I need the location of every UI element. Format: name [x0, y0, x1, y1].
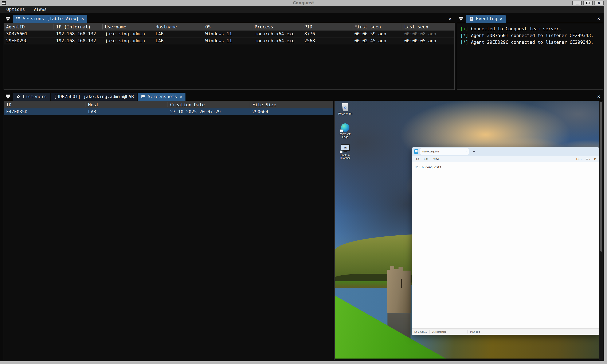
status-cursor-position: Ln 1, Col 16	[412, 330, 429, 334]
cell-process: monarch.x64.exe	[252, 31, 302, 36]
tab-screenshots-close-icon[interactable]: ✕	[179, 94, 182, 99]
col-process[interactable]: Process	[252, 25, 302, 29]
eventlog-tabbar: Eventlog ✕ ✕	[457, 13, 603, 23]
desktop-icon-label: Recycle Bin	[338, 112, 352, 115]
tab-listeners[interactable]: Listeners	[13, 93, 50, 101]
chevron-down-icon: ⌄	[580, 158, 582, 160]
notepad-menu-file: File	[415, 157, 419, 160]
sessions-panel: Sessions [Table View] ✕ ✕ AgentID IP (In…	[4, 13, 455, 90]
screenshot-row[interactable]: F47E035D LAB 27-10-2025 20:07:29 290664	[4, 108, 333, 115]
filter-icon[interactable]	[4, 93, 12, 101]
tab-sessions-close-icon[interactable]: ✕	[81, 16, 84, 21]
col-os[interactable]: OS	[203, 25, 252, 29]
screenshots-table: ID Host Creation Date File Size F47E035D…	[4, 101, 333, 360]
shortcut-arrow-icon: ↗	[340, 151, 343, 153]
eventlog-panel-close-icon[interactable]: ✕	[597, 16, 600, 21]
cell-username: jake.king.admin	[103, 38, 153, 43]
col-creation-date[interactable]: Creation Date	[168, 102, 250, 107]
log-entry: [*] Agent 3DB75601 connected to listener…	[460, 32, 600, 39]
cell-last-seen: 00:00:05 ago	[402, 38, 455, 43]
tab-screenshots[interactable]: Screenshots ✕	[138, 93, 185, 101]
desktop-icon-edge: ↗ Microsoft Edge	[337, 123, 353, 139]
preview-scrollbar[interactable]	[599, 101, 603, 360]
session-row[interactable]: 3DB75601 192.168.168.132 jake.king.admin…	[4, 30, 455, 38]
tab-agent-interact[interactable]: [3DB75601] jake.king.admin@LAB	[51, 93, 137, 101]
col-agentid[interactable]: AgentID	[4, 25, 54, 29]
notepad-heading-dropdown: H1⌄	[576, 157, 582, 160]
window-frame-bottom	[0, 361, 607, 364]
col-id[interactable]: ID	[4, 102, 86, 107]
cell-last-seen: 00:00:08 ago	[402, 31, 455, 36]
desktop-icon-label: Microsoft Edge	[338, 133, 352, 139]
cell-os: Windows 11	[203, 31, 252, 36]
log-text: Agent 29EED29C connected to listener CE2…	[471, 40, 594, 45]
minimize-button[interactable]	[572, 1, 582, 5]
menu-views[interactable]: Views	[33, 7, 47, 12]
signal-icon	[16, 94, 21, 99]
col-host[interactable]: Host	[86, 102, 168, 107]
notepad-menu-view: View	[433, 157, 439, 160]
cell-id: F47E035D	[4, 109, 86, 114]
log-text: Agent 3DB75601 connected to listener CE2…	[471, 33, 594, 38]
table-view-icon	[16, 16, 21, 21]
notepad-bold-button: B	[594, 157, 596, 161]
bottom-panel-close-icon[interactable]: ✕	[597, 94, 600, 99]
notepad-tab-title: Hello Conquest!	[422, 150, 466, 153]
session-row[interactable]: 29EED29C 192.168.168.132 jake.king.admin…	[4, 38, 455, 44]
notepad-titlebar: Hello Conquest! ● +	[412, 147, 599, 156]
tab-sessions[interactable]: Sessions [Table View] ✕	[13, 15, 87, 23]
cell-file-size: 290664	[250, 109, 333, 114]
col-file-size[interactable]: File Size	[250, 102, 333, 107]
filter-icon[interactable]	[457, 15, 465, 23]
cell-agentid: 3DB75601	[4, 31, 54, 36]
menubar: Options Views	[0, 6, 604, 13]
recycle-bin-icon: ♻	[342, 103, 349, 111]
shortcut-arrow-icon: ↗	[340, 130, 343, 132]
tab-agent-label: [3DB75601] jake.king.admin@LAB	[54, 94, 134, 99]
filter-icon[interactable]	[4, 15, 12, 23]
col-username[interactable]: Username	[103, 25, 153, 29]
minimize-icon	[576, 4, 579, 4]
unsaved-dot-icon: ●	[466, 151, 467, 152]
status-document-mode: Plain text	[468, 330, 482, 334]
tab-eventlog[interactable]: Eventlog ✕	[466, 15, 506, 23]
window-titlebar: Conquest ✕	[0, 0, 607, 6]
cell-first-seen: 00:02:45 ago	[352, 38, 402, 43]
close-button[interactable]: ✕	[594, 1, 604, 5]
maximize-icon	[586, 2, 590, 4]
cell-os: Windows 11	[203, 38, 252, 43]
castle-tower	[387, 266, 411, 313]
chevron-down-icon: ⌄	[589, 158, 591, 160]
menu-options[interactable]: Options	[6, 7, 25, 12]
log-prefix: [*]	[460, 40, 468, 45]
sessions-table-header: AgentID IP (Internal) Username Hostname …	[4, 23, 455, 30]
preview-scrollbar-thumb[interactable]	[600, 102, 602, 252]
log-prefix: [+]	[460, 26, 468, 31]
col-last-seen[interactable]: Last seen	[402, 25, 455, 29]
cell-username: jake.king.admin	[103, 31, 153, 36]
cell-ip: 192.168.168.132	[54, 38, 103, 43]
col-hostname[interactable]: Hostname	[153, 25, 203, 29]
cell-first-seen: 00:06:59 ago	[352, 31, 402, 36]
maximize-button[interactable]	[583, 1, 593, 5]
desktop-icon-label: System Informer	[338, 154, 353, 160]
cell-host: LAB	[86, 109, 168, 114]
col-pid[interactable]: PID	[302, 25, 352, 29]
col-first-seen[interactable]: First seen	[352, 25, 402, 29]
notepad-editor: Hello Conquest!	[412, 162, 599, 328]
col-ip[interactable]: IP (Internal)	[54, 25, 103, 29]
notepad-menu-edit: Edit	[424, 157, 428, 160]
tab-eventlog-close-icon[interactable]: ✕	[499, 16, 502, 21]
sessions-panel-close-icon[interactable]: ✕	[449, 16, 452, 21]
tab-sessions-label: Sessions [Table View]	[23, 16, 79, 21]
image-icon	[141, 94, 146, 99]
tab-eventlog-label: Eventlog	[476, 16, 497, 21]
notepad-text: Hello Conquest!	[415, 166, 441, 169]
edge-icon: ↗	[341, 123, 349, 132]
notepad-window: Hello Conquest! ● + File Edit View H1⌄ ☰	[412, 147, 599, 335]
window-frame-right	[604, 0, 607, 364]
tab-screenshots-label: Screenshots	[148, 94, 177, 99]
log-text: Connected to Conquest team server.	[471, 26, 562, 31]
log-prefix: [*]	[460, 33, 468, 38]
cell-ip: 192.168.168.132	[54, 31, 103, 36]
